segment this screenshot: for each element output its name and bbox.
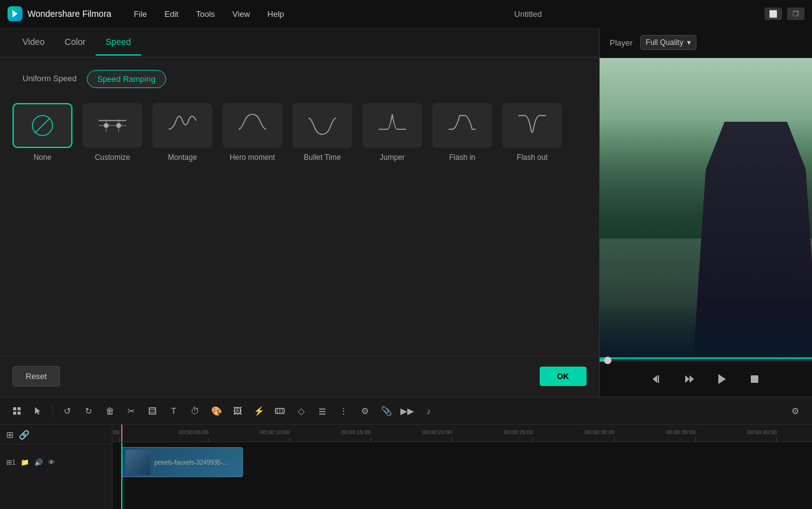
tab-speed[interactable]: Speed bbox=[96, 29, 141, 56]
preset-jumper-label: Jumper bbox=[380, 153, 405, 163]
svg-marker-11 bbox=[685, 375, 690, 383]
timeline-ruler[interactable]: 00:00 00:00:05:00 00:00:10:00 00:00:15:0… bbox=[112, 425, 812, 442]
sub-tab-ramping[interactable]: Speed Ramping bbox=[87, 70, 166, 88]
svg-rect-15 bbox=[13, 407, 16, 410]
tool-motion[interactable]: ▶▶ bbox=[398, 402, 417, 420]
minimize-button[interactable]: ⬜ bbox=[765, 7, 782, 20]
tab-video[interactable]: Video bbox=[12, 29, 55, 56]
timeline-area: ↺ ↻ 🗑 ✂ T ⏱ 🎨 🖼 ⚡ ◇ ⋮ ⚙ 📎 ▶▶ ♪ ⚙ ⊞ 🔗 bbox=[0, 397, 812, 509]
tool-settings[interactable]: ⚙ bbox=[786, 402, 805, 420]
menu-view[interactable]: View bbox=[225, 7, 257, 21]
preset-hero[interactable]: Hero moment bbox=[222, 103, 282, 163]
menu-edit[interactable]: Edit bbox=[157, 7, 186, 21]
preset-flash-out-label: Flash out bbox=[517, 153, 547, 163]
toolbar-separator-1 bbox=[52, 405, 53, 417]
timeline-ruler-tracks: 00:00 00:00:05:00 00:00:10:00 00:00:15:0… bbox=[112, 425, 812, 509]
track-clip[interactable]: pexels-fauxels-3249935-3840... bbox=[121, 447, 243, 477]
timeline-toolbar: ↺ ↻ 🗑 ✂ T ⏱ 🎨 🖼 ⚡ ◇ ⋮ ⚙ 📎 ▶▶ ♪ ⚙ bbox=[0, 397, 812, 425]
menu-help[interactable]: Help bbox=[260, 7, 292, 21]
preset-flash-in-label: Flash in bbox=[449, 153, 475, 163]
main-content: Video Color Speed Uniform Speed Speed Ra… bbox=[0, 27, 812, 397]
preset-montage[interactable]: Montage bbox=[152, 103, 212, 163]
preset-flash-in[interactable]: Flash in bbox=[432, 103, 492, 163]
tool-split[interactable]: ⋮ bbox=[334, 402, 353, 420]
track-audio-icon[interactable]: 🔊 bbox=[34, 458, 43, 467]
tool-delete[interactable]: 🗑 bbox=[101, 402, 119, 420]
tool-timer[interactable]: ⏱ bbox=[186, 402, 204, 420]
menu-tools[interactable]: Tools bbox=[189, 7, 222, 21]
tool-color[interactable]: 🎨 bbox=[207, 402, 225, 420]
play-button[interactable] bbox=[712, 369, 732, 389]
presets-grid: None Customize bbox=[12, 103, 587, 163]
progress-fill bbox=[600, 359, 604, 362]
clip-thumbnail bbox=[126, 450, 151, 475]
track-folder-icon[interactable]: 📁 bbox=[21, 458, 29, 467]
tool-undo[interactable]: ↺ bbox=[58, 402, 77, 420]
tool-redo[interactable]: ↻ bbox=[79, 402, 98, 420]
player-header: Player Full Quality ▾ bbox=[600, 27, 812, 58]
preset-montage-label: Montage bbox=[168, 153, 197, 163]
stop-button[interactable] bbox=[745, 369, 765, 389]
link-button[interactable]: 🔗 bbox=[19, 430, 29, 440]
preset-none-label: None bbox=[34, 153, 52, 163]
preset-none[interactable]: None bbox=[12, 103, 72, 163]
tool-eq[interactable] bbox=[313, 402, 332, 420]
add-track-button[interactable]: ⊞ bbox=[6, 430, 14, 440]
tool-cut[interactable]: ✂ bbox=[122, 402, 141, 420]
tool-mask[interactable]: ◇ bbox=[292, 402, 310, 420]
speed-sub-tabs: Uniform Speed Speed Ramping bbox=[12, 70, 587, 88]
preset-bullet-label: Bullet Time bbox=[304, 153, 340, 163]
tool-auto[interactable]: ⚙ bbox=[355, 402, 374, 420]
tab-color[interactable]: Color bbox=[55, 29, 96, 56]
svg-rect-14 bbox=[751, 375, 758, 383]
tool-crop[interactable] bbox=[143, 402, 162, 420]
preset-hero-label: Hero moment bbox=[230, 153, 275, 163]
sub-tab-uniform[interactable]: Uniform Speed bbox=[12, 70, 87, 88]
svg-rect-16 bbox=[17, 407, 21, 410]
rewind-button[interactable] bbox=[647, 369, 667, 389]
tool-zoom[interactable] bbox=[270, 402, 289, 420]
tool-clip[interactable]: 📎 bbox=[377, 402, 395, 420]
preset-bullet[interactable]: Bullet Time bbox=[292, 103, 352, 163]
menu-bar: Wondershare Filmora File Edit Tools View… bbox=[0, 0, 812, 27]
preset-hero-icon bbox=[222, 103, 282, 148]
progress-dot[interactable] bbox=[604, 357, 611, 364]
player-video bbox=[600, 58, 812, 359]
track-number-icon: ⊞1 bbox=[6, 458, 16, 467]
timeline-track-area: ⊞ 🔗 ⊞1 📁 🔊 👁 00:00 00:00:05:00 00:00:10:… bbox=[0, 425, 812, 509]
player-progress[interactable] bbox=[600, 359, 812, 362]
logo-icon bbox=[7, 6, 22, 21]
right-panel: Player Full Quality ▾ bbox=[600, 27, 812, 397]
track-main-label: ⊞1 📁 🔊 👁 bbox=[0, 445, 112, 480]
ok-button[interactable]: OK bbox=[540, 367, 587, 386]
track-eye-icon[interactable]: 👁 bbox=[48, 458, 55, 466]
preset-flash-out-icon bbox=[502, 103, 562, 148]
menu-file[interactable]: File bbox=[126, 7, 154, 21]
svg-point-6 bbox=[104, 124, 108, 127]
track-label-controls: ⊞ 🔗 bbox=[0, 425, 112, 445]
preset-none-icon bbox=[12, 103, 72, 148]
window-controls: ⬜ ❐ bbox=[765, 7, 805, 20]
tool-audio[interactable]: ♪ bbox=[419, 402, 438, 420]
svg-rect-17 bbox=[13, 412, 16, 415]
svg-marker-12 bbox=[690, 375, 694, 383]
preset-customize[interactable]: Customize bbox=[82, 103, 142, 163]
tool-image[interactable]: 🖼 bbox=[228, 402, 247, 420]
player-controls bbox=[600, 362, 812, 397]
preset-flash-out[interactable]: Flash out bbox=[502, 103, 562, 163]
tool-text[interactable]: T bbox=[164, 402, 183, 420]
maximize-button[interactable]: ❐ bbox=[787, 7, 805, 20]
tool-speed[interactable]: ⚡ bbox=[249, 402, 268, 420]
svg-marker-0 bbox=[12, 10, 17, 17]
step-forward-button[interactable] bbox=[680, 369, 700, 389]
svg-marker-9 bbox=[653, 375, 657, 383]
tool-cursor[interactable] bbox=[29, 402, 47, 420]
svg-line-2 bbox=[35, 118, 50, 133]
svg-point-7 bbox=[117, 124, 121, 127]
reset-button[interactable]: Reset bbox=[12, 366, 60, 387]
preset-flash-in-icon bbox=[432, 103, 492, 148]
quality-select[interactable]: Full Quality ▾ bbox=[640, 35, 696, 50]
playhead[interactable] bbox=[121, 442, 122, 509]
preset-jumper[interactable]: Jumper bbox=[362, 103, 422, 163]
tool-select[interactable] bbox=[7, 402, 26, 420]
